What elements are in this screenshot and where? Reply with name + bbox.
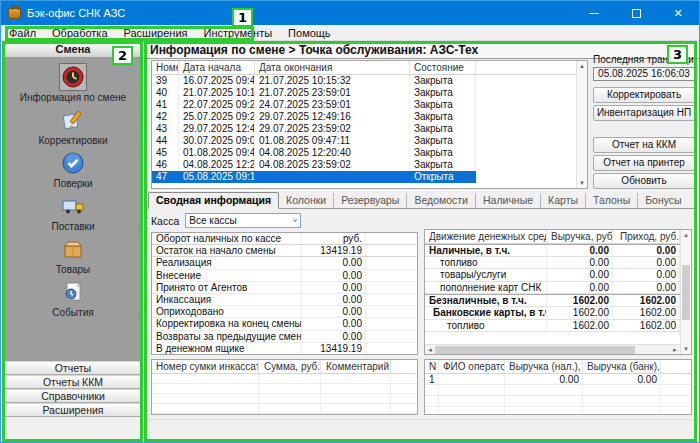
operators-table: N ФИО оператора Выручка (нал.), руб. Выр… <box>424 359 692 415</box>
table-cell: 16.07.2025 09:40:26 <box>179 75 255 87</box>
tab-pumps[interactable]: Колонки <box>279 193 334 208</box>
cash-turnover-table: Оборот наличных по кассе руб. Остаток на… <box>151 232 418 355</box>
table-row[interactable]: 4501.08.2025 09:47:4004.08.2025 12:20:40… <box>152 147 587 159</box>
right-panel: Последняя транзакция 05.08.2025 16:06:03… <box>593 54 695 191</box>
menu-bar: Файл Обработка Расширения Инструменты По… <box>1 25 699 41</box>
table-cell: Закрыта <box>410 159 476 171</box>
clock-icon <box>59 63 87 91</box>
column-header: Выручка (банк), руб. <box>583 360 661 373</box>
kassa-select[interactable]: Все кассы ˅ <box>185 213 301 228</box>
tab-cards[interactable]: Карты <box>541 193 586 208</box>
column-header: Оборот наличных по кассе <box>152 233 302 244</box>
scroll-down-icon[interactable]: ▼ <box>579 178 585 188</box>
sidebar-item-checks[interactable]: Поверки <box>3 149 143 192</box>
table-cell: 0.00 <box>547 245 613 256</box>
edit-icon <box>59 106 87 134</box>
table-cell: В денежном ящике <box>152 343 302 354</box>
sidebar-item-deliveries[interactable]: Поставки <box>3 192 143 235</box>
table-cell <box>439 374 505 384</box>
table-cell: Реализация <box>152 257 302 268</box>
sidebar-item-corrections[interactable]: Корректировки <box>3 106 143 149</box>
table-cell <box>505 385 583 395</box>
tab-bonuses[interactable]: Бонусы <box>638 193 688 208</box>
column-header[interactable]: Дата окончания <box>255 61 410 74</box>
tab-summary[interactable]: Сводная информация <box>148 192 279 209</box>
refresh-button[interactable]: Обновить <box>593 173 695 189</box>
table-row[interactable]: 4430.07.2025 09:02:2601.08.2025 09:47:11… <box>152 135 587 147</box>
sidebar-item-goods[interactable]: Товары <box>3 235 143 278</box>
table-cell: 45 <box>152 147 179 159</box>
table-cell: 0.00 <box>302 306 366 317</box>
table-cell <box>321 404 391 413</box>
menu-tools[interactable]: Инструменты <box>196 27 281 39</box>
table-cell: 29.07.2025 12:49:16 <box>255 111 410 123</box>
table-row[interactable]: 3916.07.2025 09:40:2621.07.2025 10:15:32… <box>152 75 587 87</box>
table-cell: 0.00 <box>613 269 680 281</box>
sidebar: Смена Информация по смене Корректировки … <box>3 41 143 442</box>
money-flow-vscrollbar[interactable]: ▲▼ <box>680 230 691 354</box>
sidebar-group-extensions[interactable]: Расширения <box>3 403 143 417</box>
tab-cash[interactable]: Наличные <box>476 193 541 208</box>
shift-table-scrollbar[interactable]: ▲▼ <box>576 61 587 188</box>
table-cell: Закрыта <box>410 111 476 123</box>
scroll-up-icon[interactable]: ▲ <box>683 230 689 240</box>
menu-extensions[interactable]: Расширения <box>116 27 196 39</box>
close-button[interactable]: ✕ <box>657 1 699 25</box>
table-cell: 1602.00 <box>547 295 613 306</box>
sidebar-item-shift-info[interactable]: Информация по смене <box>3 63 143 106</box>
column-header: N <box>425 360 439 373</box>
scroll-left-icon[interactable]: ◄ <box>427 347 433 353</box>
table-cell: 24.07.2025 23:59:01 <box>255 99 410 111</box>
tab-tanks[interactable]: Резервуары <box>334 193 407 208</box>
table-row <box>425 396 691 407</box>
sidebar-group-kkm-reports[interactable]: Отчеты ККМ <box>3 375 143 389</box>
minimize-button[interactable] <box>573 1 615 25</box>
scrollbar-thumb[interactable] <box>435 346 635 354</box>
scroll-up-icon[interactable]: ▲ <box>579 61 585 71</box>
table-cell: 04.08.2025 12:21:09 <box>179 159 255 171</box>
column-header: Выручка, руб. <box>547 230 613 243</box>
money-flow-hscrollbar[interactable]: ◄► <box>425 344 680 354</box>
menu-processing[interactable]: Обработка <box>44 27 115 39</box>
sidebar-body: Информация по смене Корректировки Поверк… <box>3 58 143 361</box>
report-printer-button[interactable]: Отчет на принтер <box>593 155 695 171</box>
report-kkm-button[interactable]: Отчет на ККМ <box>593 137 695 153</box>
table-cell <box>321 394 391 403</box>
sidebar-item-label: Информация по смене <box>20 92 126 103</box>
table-row[interactable]: 4122.07.2025 09:23:1424.07.2025 23:59:01… <box>152 99 587 111</box>
table-cell <box>505 407 583 415</box>
sidebar-item-label: Корректировки <box>38 135 107 146</box>
last-transaction-value: 05.08.2025 16:06:03 <box>593 67 695 81</box>
sidebar-header: Смена <box>3 41 143 58</box>
table-row[interactable]: 4329.07.2025 12:49:2729.07.2025 23:59:02… <box>152 123 587 135</box>
column-header[interactable]: Дата начала <box>179 61 255 74</box>
table-row[interactable]: 4021.07.2025 10:15:5721.07.2025 23:59:01… <box>152 87 587 99</box>
table-row[interactable]: 4225.07.2025 09:22:4429.07.2025 12:49:16… <box>152 111 587 123</box>
menu-help[interactable]: Помощь <box>280 27 339 39</box>
table-cell: 0.00 <box>613 257 680 269</box>
maximize-button[interactable] <box>615 1 657 25</box>
tab-statements[interactable]: Ведомости <box>407 193 476 208</box>
sidebar-group-reports[interactable]: Отчеты <box>3 361 143 375</box>
sidebar-group-directories[interactable]: Справочники <box>3 389 143 403</box>
table-cell: Внесение <box>152 270 302 281</box>
table-row: Банковские карты, в т.ч.1602.001602.00 <box>425 307 680 320</box>
window-title: Бэк-офис СНК АЗС <box>27 7 125 19</box>
inventory-button[interactable]: Инвентаризация НП <box>593 105 695 121</box>
scrollbar-thumb[interactable] <box>682 265 690 320</box>
correct-button[interactable]: Корректировать <box>593 87 695 103</box>
sidebar-item-events[interactable]: События <box>3 278 143 321</box>
table-cell <box>259 374 321 383</box>
table-cell: 1602.00 <box>547 320 613 332</box>
tab-coupons[interactable]: Талоны <box>586 193 638 208</box>
table-cell: 1602.00 <box>613 307 680 319</box>
scroll-down-icon[interactable]: ▼ <box>683 344 689 354</box>
table-cell: 29.07.2025 12:49:27 <box>179 123 255 135</box>
column-header[interactable]: Состояние <box>410 61 476 74</box>
table-row[interactable]: 4604.08.2025 12:21:0904.08.2025 23:59:02… <box>152 159 587 171</box>
menu-file[interactable]: Файл <box>1 27 44 39</box>
column-header[interactable]: Номер <box>152 61 179 74</box>
table-row: Корректировка на конец смены0.00 <box>152 318 417 330</box>
scroll-right-icon[interactable]: ► <box>672 347 678 353</box>
table-row[interactable]: 4705.08.2025 09:15:02Открыта <box>152 171 587 183</box>
